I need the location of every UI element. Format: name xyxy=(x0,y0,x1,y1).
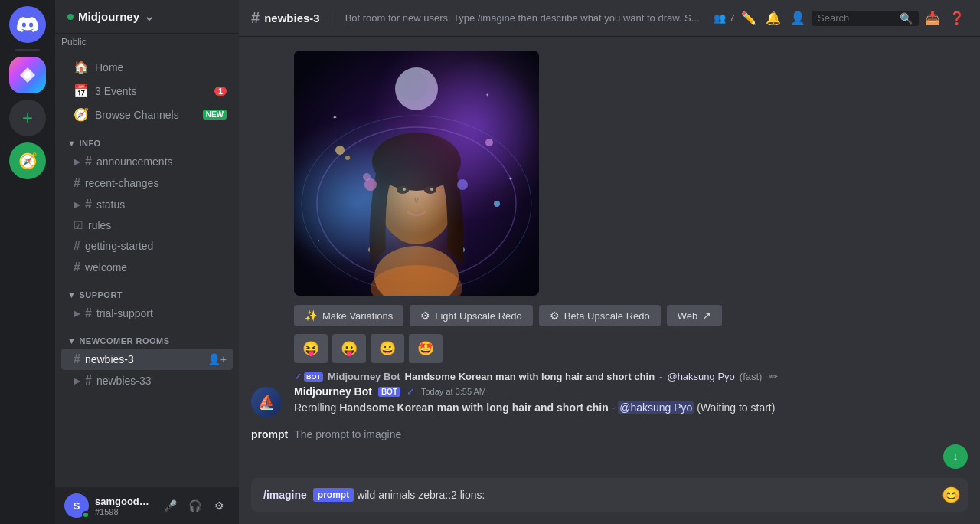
headphone-button[interactable]: 🎧 xyxy=(184,495,205,516)
channel-trial-support[interactable]: ▶ # trial-support xyxy=(61,303,233,324)
message-input-box[interactable]: /imagine prompt 😊 xyxy=(251,478,968,512)
make-variations-button[interactable]: ✨ Make Variations xyxy=(294,305,403,326)
server-divider xyxy=(15,49,40,51)
hash-icon: # xyxy=(74,352,80,366)
channel-newbies-33[interactable]: ▶ # newbies-33 xyxy=(61,370,233,391)
reaction-3[interactable]: 😀 xyxy=(371,334,404,363)
channel-announcements[interactable]: ▶ # announcements xyxy=(61,151,233,172)
server-name: Midjourney ⌄ xyxy=(67,9,154,24)
online-indicator xyxy=(67,14,74,20)
prompt-label: prompt xyxy=(251,428,288,440)
section-info[interactable]: ▼ INFO xyxy=(55,126,239,151)
sidebar-item-events[interactable]: 📅 3 Events 1 xyxy=(61,79,233,103)
bot-avatar: ⛵ xyxy=(251,387,282,418)
check-icon: ☑ xyxy=(74,219,83,231)
verified-icon: ✓ xyxy=(294,371,302,382)
message-input[interactable] xyxy=(357,480,937,510)
dash: - xyxy=(659,371,662,382)
help-button[interactable]: ❓ xyxy=(946,8,968,29)
reaction-4[interactable]: 🤩 xyxy=(409,334,443,363)
members-icon: 👥 xyxy=(714,12,726,24)
variations-icon: ✨ xyxy=(305,309,318,322)
user-info: samgoodw... #1598 xyxy=(95,496,153,516)
channel-newbies-3[interactable]: # newbies-3 👤+ xyxy=(61,349,233,370)
search-box[interactable]: 🔍 xyxy=(812,11,919,26)
section-support[interactable]: ▼ SUPPORT xyxy=(55,278,239,303)
channel-getting-started[interactable]: # getting-started xyxy=(61,235,233,257)
beta-upscale-icon: ⚙ xyxy=(550,309,560,322)
scroll-to-bottom-button[interactable]: ↓ xyxy=(943,444,968,469)
midjourney-server-icon[interactable] xyxy=(9,57,46,93)
hash-icon: # xyxy=(74,260,80,274)
search-icon: 🔍 xyxy=(900,12,913,25)
user-mention[interactable]: @haksung Pyo xyxy=(618,401,694,414)
verified-badge: ✓ xyxy=(407,386,415,398)
channel-welcome[interactable]: # welcome xyxy=(61,257,233,278)
hash-icon: # xyxy=(85,198,92,211)
user-tag: #1598 xyxy=(95,507,153,516)
server-header[interactable]: Midjourney ⌄ xyxy=(55,0,239,34)
collapse-arrow-icon: ▼ xyxy=(67,336,76,346)
reaction-1[interactable]: 😝 xyxy=(294,334,328,363)
avatar: S xyxy=(64,493,89,518)
notifications-button[interactable]: 🔔 xyxy=(763,8,784,29)
light-upscale-icon: ⚙ xyxy=(420,309,430,322)
member-count[interactable]: 👥 7 xyxy=(714,8,735,29)
inbox-button[interactable]: 📥 xyxy=(922,8,943,29)
bot-badge: BOT xyxy=(378,387,400,397)
discord-home-button[interactable] xyxy=(9,6,46,43)
username: samgoodw... xyxy=(95,496,153,507)
expand-icon: ▶ xyxy=(74,199,80,210)
channel-name: newbies-3 xyxy=(264,11,320,25)
beta-upscale-redo-button[interactable]: ⚙ Beta Upscale Redo xyxy=(539,305,661,326)
messages-area[interactable]: ✦ ✦ ✦ ✦ ✨ Make Variations xyxy=(239,37,980,472)
message-timestamp: Today at 3:55 AM xyxy=(421,387,486,396)
pencil-button[interactable]: ✏️ xyxy=(738,8,760,29)
search-input[interactable] xyxy=(818,12,895,24)
message-header: Midjourney Bot BOT ✓ Today at 3:55 AM xyxy=(294,385,968,398)
portrait-decoration xyxy=(294,51,539,296)
hash-icon: # xyxy=(85,155,92,169)
expand-icon: ▶ xyxy=(74,375,80,386)
input-area: /imagine prompt 😊 xyxy=(239,472,980,524)
add-server-button[interactable]: + xyxy=(9,100,46,136)
generated-image: ✦ ✦ ✦ ✦ xyxy=(294,51,539,296)
hash-icon: # xyxy=(85,374,92,388)
status-dot xyxy=(82,511,90,519)
settings-button[interactable]: ⚙ xyxy=(208,495,230,516)
reaction-2[interactable]: 😛 xyxy=(332,334,366,363)
sidebar-item-home[interactable]: 🏠 Home xyxy=(61,55,233,79)
edit-icon: ✏ xyxy=(769,371,778,382)
message-text: Rerolling Handsome Korean man with long … xyxy=(294,401,968,416)
slash-command: /imagine prompt xyxy=(263,488,357,502)
bot-badge-small: BOT xyxy=(304,372,323,382)
microphone-button[interactable]: 🎤 xyxy=(159,495,181,516)
message-author[interactable]: Midjourney Bot xyxy=(294,385,372,398)
channel-status[interactable]: ▶ # status xyxy=(61,194,233,215)
slash-command-name: /imagine xyxy=(263,489,307,501)
events-badge: 1 xyxy=(214,87,227,96)
browse-new-badge: NEW xyxy=(203,110,227,120)
scroll-chevron-icon: ↓ xyxy=(953,450,959,463)
section-newcomer[interactable]: ▼ NEWCOMER ROOMS xyxy=(55,324,239,349)
channel-hash-icon: # xyxy=(251,9,260,27)
web-button[interactable]: Web ↗ xyxy=(667,305,723,326)
explore-button[interactable]: 🧭 xyxy=(9,142,46,179)
add-member-icon: 👤+ xyxy=(207,353,227,365)
light-upscale-redo-button[interactable]: ⚙ Light Upscale Redo xyxy=(410,305,532,326)
channel-header: # newbies-3 xyxy=(251,9,320,27)
image-message: ✦ ✦ ✦ ✦ xyxy=(239,49,980,297)
home-icon: 🏠 xyxy=(74,60,89,74)
at-user: @haksung Pyo xyxy=(667,371,734,382)
channel-recent-changes[interactable]: # recent-changes xyxy=(61,172,233,194)
server-status: Public xyxy=(55,34,239,49)
sidebar-item-browse[interactable]: 🧭 Browse Channels NEW xyxy=(61,103,233,126)
member-count-number: 7 xyxy=(729,12,734,24)
system-text: Handsome Korean man with long hair and s… xyxy=(405,371,655,382)
dm-button[interactable]: 👤 xyxy=(787,8,808,29)
channel-description: Bot room for new users. Type /imagine th… xyxy=(345,12,707,24)
events-icon: 📅 xyxy=(74,84,89,98)
emoji-picker-button[interactable]: 😊 xyxy=(937,481,965,509)
channel-rules[interactable]: ☑ rules xyxy=(61,215,233,235)
content-wrapper: # newbies-3 Bot room for new users. Type… xyxy=(239,0,980,524)
